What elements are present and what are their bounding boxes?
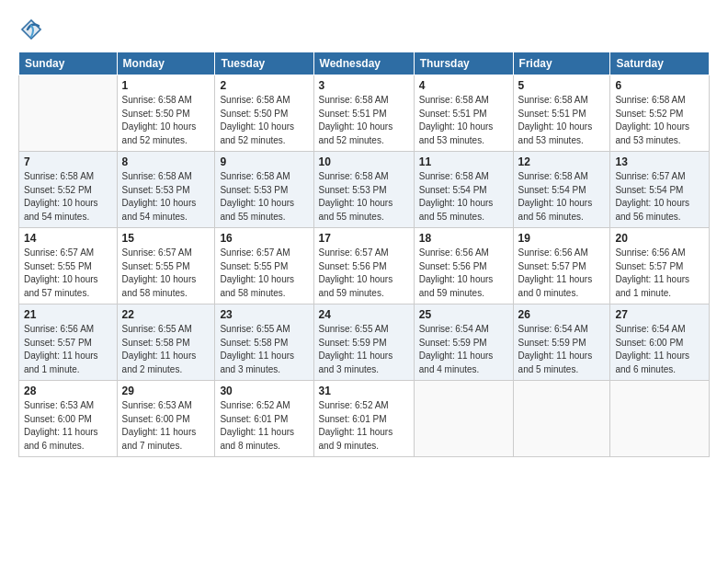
day-info: Sunrise: 6:54 AMSunset: 5:59 PMDaylight:…	[518, 323, 606, 376]
day-number: 24	[319, 308, 409, 321]
day-number: 5	[518, 79, 606, 92]
header	[18, 17, 710, 42]
day-info: Sunrise: 6:58 AMSunset: 5:52 PMDaylight:…	[615, 94, 704, 147]
day-number: 3	[319, 79, 409, 92]
calendar-cell: 7Sunrise: 6:58 AMSunset: 5:52 PMDaylight…	[19, 152, 118, 228]
day-info: Sunrise: 6:53 AMSunset: 6:00 PMDaylight:…	[122, 399, 210, 453]
day-number: 28	[24, 385, 112, 397]
day-number: 18	[419, 232, 508, 245]
day-info: Sunrise: 6:58 AMSunset: 5:52 PMDaylight:…	[24, 170, 112, 224]
calendar-cell: 25Sunrise: 6:54 AMSunset: 5:59 PMDayligh…	[414, 304, 513, 381]
week-row-1: 1Sunrise: 6:58 AMSunset: 5:50 PMDaylight…	[19, 75, 710, 152]
calendar-cell	[414, 381, 513, 457]
day-info: Sunrise: 6:57 AMSunset: 5:55 PMDaylight:…	[24, 247, 112, 300]
calendar-cell: 5Sunrise: 6:58 AMSunset: 5:51 PMDaylight…	[513, 75, 610, 152]
calendar-cell	[610, 381, 710, 457]
calendar-cell: 24Sunrise: 6:55 AMSunset: 5:59 PMDayligh…	[313, 304, 414, 381]
calendar-cell: 1Sunrise: 6:58 AMSunset: 5:50 PMDaylight…	[117, 75, 215, 152]
logo	[18, 17, 46, 42]
day-number: 22	[122, 308, 210, 321]
day-number: 11	[419, 155, 508, 168]
day-number: 8	[122, 155, 210, 168]
day-number: 30	[220, 385, 308, 397]
calendar-cell: 3Sunrise: 6:58 AMSunset: 5:51 PMDaylight…	[313, 75, 414, 152]
day-number: 4	[419, 79, 508, 92]
calendar-table: SundayMondayTuesdayWednesdayThursdayFrid…	[18, 52, 710, 457]
calendar-cell: 2Sunrise: 6:58 AMSunset: 5:50 PMDaylight…	[215, 75, 313, 152]
day-number: 13	[615, 155, 704, 168]
day-number: 27	[615, 308, 704, 321]
calendar-cell: 13Sunrise: 6:57 AMSunset: 5:54 PMDayligh…	[610, 152, 710, 228]
day-info: Sunrise: 6:58 AMSunset: 5:51 PMDaylight:…	[319, 94, 409, 147]
calendar-cell: 26Sunrise: 6:54 AMSunset: 5:59 PMDayligh…	[513, 304, 610, 381]
calendar-cell	[19, 75, 118, 152]
calendar-cell: 28Sunrise: 6:53 AMSunset: 6:00 PMDayligh…	[19, 381, 118, 457]
calendar-cell: 4Sunrise: 6:58 AMSunset: 5:51 PMDaylight…	[414, 75, 513, 152]
calendar-cell: 21Sunrise: 6:56 AMSunset: 5:57 PMDayligh…	[19, 304, 118, 381]
day-number: 10	[319, 155, 409, 168]
day-number: 21	[24, 308, 112, 321]
calendar-cell: 17Sunrise: 6:57 AMSunset: 5:56 PMDayligh…	[313, 228, 414, 304]
day-number: 12	[518, 155, 606, 168]
calendar-cell: 20Sunrise: 6:56 AMSunset: 5:57 PMDayligh…	[610, 228, 710, 304]
weekday-header-monday: Monday	[117, 52, 215, 75]
day-info: Sunrise: 6:54 AMSunset: 5:59 PMDaylight:…	[419, 323, 508, 376]
calendar-cell: 14Sunrise: 6:57 AMSunset: 5:55 PMDayligh…	[19, 228, 118, 304]
calendar-cell: 12Sunrise: 6:58 AMSunset: 5:54 PMDayligh…	[513, 152, 610, 228]
calendar-cell: 23Sunrise: 6:55 AMSunset: 5:58 PMDayligh…	[215, 304, 313, 381]
day-info: Sunrise: 6:58 AMSunset: 5:54 PMDaylight:…	[419, 170, 508, 224]
calendar-cell: 30Sunrise: 6:52 AMSunset: 6:01 PMDayligh…	[215, 381, 313, 457]
day-number: 19	[518, 232, 606, 245]
day-number: 16	[220, 232, 308, 245]
day-info: Sunrise: 6:56 AMSunset: 5:56 PMDaylight:…	[419, 247, 508, 300]
weekday-header-friday: Friday	[513, 52, 610, 75]
weekday-header-row: SundayMondayTuesdayWednesdayThursdayFrid…	[19, 52, 710, 75]
day-info: Sunrise: 6:58 AMSunset: 5:53 PMDaylight:…	[220, 170, 308, 224]
day-info: Sunrise: 6:54 AMSunset: 6:00 PMDaylight:…	[615, 323, 704, 376]
day-number: 6	[615, 79, 704, 92]
calendar-cell	[513, 381, 610, 457]
logo-icon	[18, 17, 44, 42]
calendar-cell: 29Sunrise: 6:53 AMSunset: 6:00 PMDayligh…	[117, 381, 215, 457]
day-info: Sunrise: 6:56 AMSunset: 5:57 PMDaylight:…	[24, 323, 112, 376]
day-info: Sunrise: 6:58 AMSunset: 5:50 PMDaylight:…	[220, 94, 308, 147]
calendar-cell: 27Sunrise: 6:54 AMSunset: 6:00 PMDayligh…	[610, 304, 710, 381]
day-info: Sunrise: 6:52 AMSunset: 6:01 PMDaylight:…	[319, 399, 409, 453]
week-row-5: 28Sunrise: 6:53 AMSunset: 6:00 PMDayligh…	[19, 381, 710, 457]
day-number: 20	[615, 232, 704, 245]
calendar-cell: 8Sunrise: 6:58 AMSunset: 5:53 PMDaylight…	[117, 152, 215, 228]
calendar-cell: 15Sunrise: 6:57 AMSunset: 5:55 PMDayligh…	[117, 228, 215, 304]
day-number: 9	[220, 155, 308, 168]
weekday-header-saturday: Saturday	[610, 52, 710, 75]
page: SundayMondayTuesdayWednesdayThursdayFrid…	[0, 0, 728, 563]
day-info: Sunrise: 6:58 AMSunset: 5:51 PMDaylight:…	[518, 94, 606, 147]
day-info: Sunrise: 6:55 AMSunset: 5:58 PMDaylight:…	[220, 323, 308, 376]
day-info: Sunrise: 6:58 AMSunset: 5:53 PMDaylight:…	[122, 170, 210, 224]
day-number: 7	[24, 155, 112, 168]
day-info: Sunrise: 6:57 AMSunset: 5:54 PMDaylight:…	[615, 170, 704, 224]
day-number: 31	[319, 385, 409, 397]
day-info: Sunrise: 6:52 AMSunset: 6:01 PMDaylight:…	[220, 399, 308, 453]
weekday-header-sunday: Sunday	[19, 52, 118, 75]
weekday-header-thursday: Thursday	[414, 52, 513, 75]
day-info: Sunrise: 6:58 AMSunset: 5:51 PMDaylight:…	[419, 94, 508, 147]
day-number: 26	[518, 308, 606, 321]
calendar-cell: 10Sunrise: 6:58 AMSunset: 5:53 PMDayligh…	[313, 152, 414, 228]
day-info: Sunrise: 6:56 AMSunset: 5:57 PMDaylight:…	[518, 247, 606, 300]
day-info: Sunrise: 6:57 AMSunset: 5:56 PMDaylight:…	[319, 247, 409, 300]
day-number: 1	[122, 79, 210, 92]
day-info: Sunrise: 6:58 AMSunset: 5:53 PMDaylight:…	[319, 170, 409, 224]
calendar-cell: 6Sunrise: 6:58 AMSunset: 5:52 PMDaylight…	[610, 75, 710, 152]
calendar-cell: 22Sunrise: 6:55 AMSunset: 5:58 PMDayligh…	[117, 304, 215, 381]
weekday-header-wednesday: Wednesday	[313, 52, 414, 75]
day-info: Sunrise: 6:57 AMSunset: 5:55 PMDaylight:…	[122, 247, 210, 300]
week-row-3: 14Sunrise: 6:57 AMSunset: 5:55 PMDayligh…	[19, 228, 710, 304]
week-row-4: 21Sunrise: 6:56 AMSunset: 5:57 PMDayligh…	[19, 304, 710, 381]
calendar-cell: 31Sunrise: 6:52 AMSunset: 6:01 PMDayligh…	[313, 381, 414, 457]
day-number: 15	[122, 232, 210, 245]
day-info: Sunrise: 6:57 AMSunset: 5:55 PMDaylight:…	[220, 247, 308, 300]
week-row-2: 7Sunrise: 6:58 AMSunset: 5:52 PMDaylight…	[19, 152, 710, 228]
day-number: 14	[24, 232, 112, 245]
calendar-cell: 16Sunrise: 6:57 AMSunset: 5:55 PMDayligh…	[215, 228, 313, 304]
day-info: Sunrise: 6:55 AMSunset: 5:58 PMDaylight:…	[122, 323, 210, 376]
